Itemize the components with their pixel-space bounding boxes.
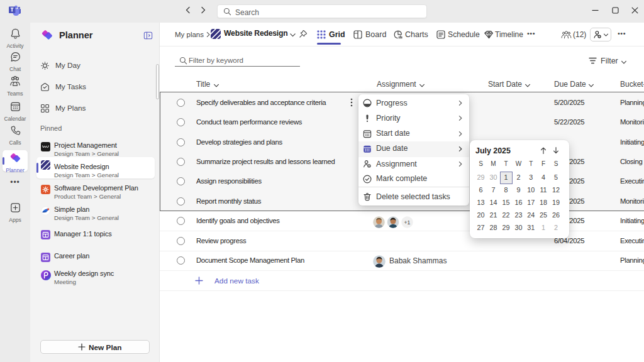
svg-text:+1: +1 <box>404 219 411 225</box>
